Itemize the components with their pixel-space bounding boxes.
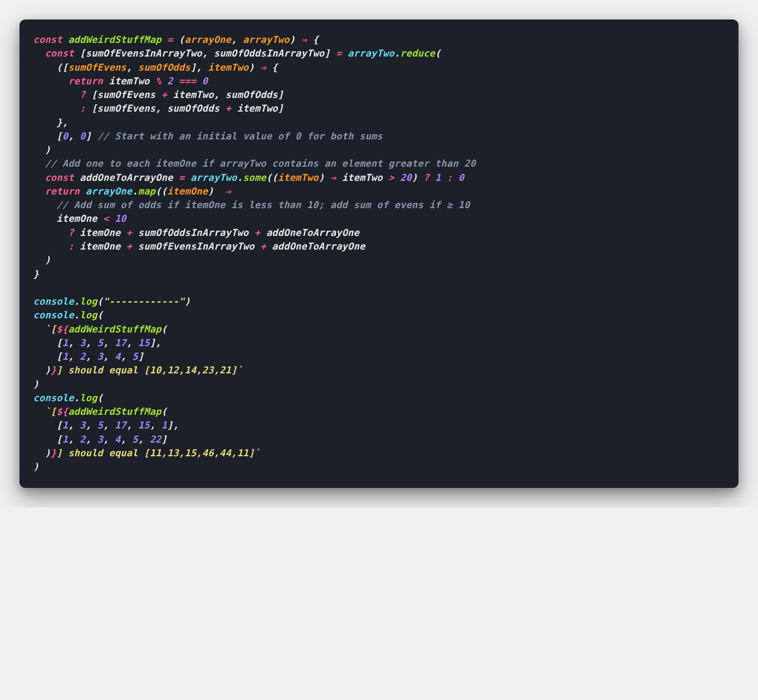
code-token: (( xyxy=(266,172,278,183)
code-block[interactable]: const addWeirdStuffMap = (arrayOne, arra… xyxy=(20,19,738,488)
code-token: ) xyxy=(249,62,260,73)
code-token: sumOfEvens xyxy=(68,62,126,73)
code-token: [ xyxy=(91,103,97,114)
code-line: [0, 0] // Start with an initial value of… xyxy=(33,130,725,143)
code-token: arrayTwo xyxy=(243,34,290,45)
code-token: , xyxy=(103,420,115,431)
code-token: addOneToArrayOne xyxy=(266,227,359,238)
code-token: `[ xyxy=(33,406,57,417)
code-token: . xyxy=(394,48,400,59)
code-token: , xyxy=(86,420,98,431)
code-line: ) xyxy=(33,378,725,391)
code-line: ) xyxy=(33,460,725,474)
code-token: [ xyxy=(33,351,62,362)
code-token: + xyxy=(249,227,266,238)
code-token: 1 xyxy=(62,337,68,349)
code-token: sumOfEvensInArrayTwo xyxy=(85,48,202,59)
code-token: console xyxy=(33,392,74,404)
code-token: return xyxy=(33,76,109,87)
code-token: log xyxy=(80,296,98,307)
code-token: 5 xyxy=(132,351,138,362)
code-token: addWeirdStuffMap xyxy=(68,406,161,417)
code-token: ) xyxy=(33,461,39,472)
code-token: 4 xyxy=(115,434,120,445)
code-token: 17 xyxy=(115,337,126,349)
code-line: ? itemOne + sumOfOddsInArrayTwo + addOne… xyxy=(33,226,725,240)
code-token: ] xyxy=(278,103,284,114)
code-token: 2 xyxy=(167,76,173,87)
code-token: 2 xyxy=(80,434,86,445)
code-token: ) xyxy=(208,186,219,197)
code-token: 0 xyxy=(80,131,86,142)
code-token: , xyxy=(156,103,167,114)
code-line: console.log( xyxy=(33,391,725,405)
code-token: , xyxy=(86,351,98,362)
code-token: ) xyxy=(33,144,51,156)
code-token: ( xyxy=(161,324,167,335)
code-token: sumOfOddsInArrayTwo xyxy=(138,227,249,238)
code-token: 15 xyxy=(138,337,150,349)
code-token: % xyxy=(150,76,167,87)
code-token: ] xyxy=(278,89,284,100)
code-token: map xyxy=(138,186,156,197)
code-token: , xyxy=(68,420,80,431)
code-token: sumOfEvens xyxy=(97,103,155,114)
code-token: } xyxy=(51,447,57,459)
code-token: , xyxy=(126,62,138,73)
code-token: 0 xyxy=(453,172,464,183)
code-token: + xyxy=(120,227,138,238)
code-token: ${ xyxy=(57,406,68,417)
code-token: ( xyxy=(161,406,167,417)
code-token: , xyxy=(86,337,98,349)
code-token: ⇒ xyxy=(301,34,307,45)
code-token: itemTwo xyxy=(278,172,319,183)
code-token: itemOne xyxy=(80,227,121,238)
code-token: log xyxy=(80,310,98,321)
code-token: ], xyxy=(190,62,208,73)
code-token: , xyxy=(86,434,98,445)
code-token: itemOne xyxy=(80,241,121,252)
code-token: ) xyxy=(33,365,51,376)
code-token: [ xyxy=(33,420,62,431)
code-line: [1, 3, 5, 17, 15, 1], xyxy=(33,419,725,432)
code-token: ) xyxy=(289,34,301,45)
code-line: [1, 3, 5, 17, 15], xyxy=(33,336,725,350)
code-line: ? [sumOfEvens + itemTwo, sumOfOdds] xyxy=(33,88,725,102)
code-token: . xyxy=(74,392,80,404)
code-token: ) xyxy=(412,172,423,183)
code-token: arrayTwo xyxy=(348,48,395,59)
code-token: = xyxy=(161,34,179,45)
code-token: addOneToArrayOne xyxy=(80,172,173,183)
code-token: ) xyxy=(33,447,51,459)
code-line: return arrayOne.map((itemOne) ⇒ xyxy=(33,185,725,198)
code-token: , xyxy=(231,34,243,45)
code-token: , xyxy=(68,131,80,142)
code-token: ( xyxy=(179,34,185,45)
code-line: `[${addWeirdStuffMap( xyxy=(33,323,725,336)
code-token: , xyxy=(126,337,138,349)
code-token: . xyxy=(132,186,138,197)
code-token: + xyxy=(156,89,173,100)
code-token: { xyxy=(266,62,278,73)
code-line: : [sumOfEvens, sumOfOdds + itemTwo] xyxy=(33,102,725,116)
code-token: console xyxy=(33,296,74,307)
code-token: + xyxy=(255,241,272,252)
code-token: const xyxy=(33,48,80,59)
code-token: 4 xyxy=(115,351,120,362)
code-token: }, xyxy=(33,117,68,128)
code-token: itemTwo xyxy=(208,62,249,73)
code-token: , xyxy=(68,434,80,445)
code-line: const [sumOfEvensInArrayTwo, sumOfOddsIn… xyxy=(33,47,725,60)
code-token: const xyxy=(33,172,80,183)
code-line: ([sumOfEvens, sumOfOdds], itemTwo) ⇒ { xyxy=(33,61,725,75)
code-token: [ xyxy=(80,48,86,59)
code-token: : xyxy=(33,241,80,252)
code-token: itemTwo xyxy=(173,89,214,100)
code-token: addOneToArrayOne xyxy=(272,241,365,252)
code-token: ] xyxy=(324,48,336,59)
code-token: itemTwo xyxy=(109,76,150,87)
code-token: ${ xyxy=(57,324,68,335)
code-token: sumOfOdds xyxy=(138,62,190,73)
code-token: , xyxy=(120,351,132,362)
code-token: arrayTwo xyxy=(190,172,237,183)
